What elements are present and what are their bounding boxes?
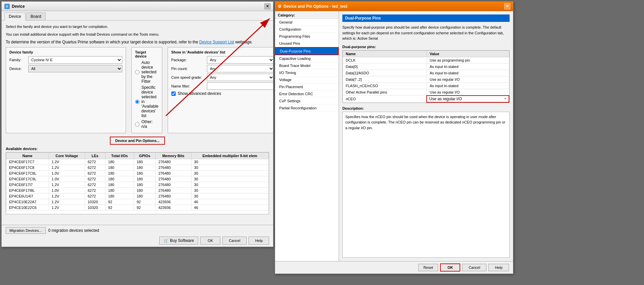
category-item[interactable]: Pin Placement — [275, 83, 339, 91]
category-label: Category: — [275, 11, 339, 19]
device-pin-options-button[interactable]: Device and Pin Options... — [110, 137, 165, 145]
category-item[interactable]: Voltage — [275, 76, 339, 83]
col-memory-bits: Memory Bits — [156, 153, 191, 159]
pin-row[interactable]: Data[7..2]Use as regular I/O — [343, 76, 509, 82]
description-label: Description: — [342, 106, 510, 110]
category-item[interactable]: Board Trace Model — [275, 62, 339, 69]
category-panel: Category: GeneralConfigurationProgrammin… — [275, 11, 339, 261]
pin-body: Category: GeneralConfigurationProgrammin… — [275, 11, 513, 261]
device-title-text: Device — [12, 4, 25, 9]
table-row[interactable]: EP4CE6F17I8L1.0V627218018027648030 — [6, 188, 269, 193]
devices-table-wrapper: Name Core Voltage LEs Total I/Os GPIOs M… — [6, 152, 269, 214]
pin-cancel-button[interactable]: Cancel — [462, 264, 486, 271]
radio-specific[interactable] — [135, 100, 139, 104]
device-titlebar: D Device ✕ — [2, 2, 273, 11]
available-devices-label: Available devices: — [6, 147, 269, 151]
show-advanced-label: Show advanced devices — [178, 91, 221, 96]
buy-software-button[interactable]: 🛒 Buy Software — [159, 237, 198, 245]
pincount-select[interactable]: Any — [207, 65, 273, 72]
category-item[interactable]: Partial Reconfiguration — [275, 105, 339, 112]
col-total-ios: Total I/Os — [105, 153, 134, 159]
device-support-link[interactable]: Device Support List — [199, 40, 234, 44]
device-dialog: D Device ✕ Device Board Select the famil… — [1, 1, 273, 247]
table-row[interactable]: EP4CE6U14I71.2V627218018027648030 — [6, 193, 269, 199]
family-field-label: Family: — [9, 58, 26, 62]
pin-row[interactable]: nCEOUse as regular I/O▼ — [343, 96, 509, 102]
package-select[interactable]: Any — [207, 56, 273, 64]
radio-other[interactable] — [135, 122, 139, 127]
buy-software-label: Buy Software — [170, 238, 194, 243]
buy-icon: 🛒 — [164, 238, 169, 243]
show-list-box: Show in 'Available devices' list Package… — [168, 47, 273, 133]
pin-row[interactable]: DCLKUse as programming pin — [343, 57, 509, 63]
category-item[interactable]: Configuration — [275, 26, 339, 33]
migration-devices-button[interactable]: Migration Devices... — [6, 227, 46, 234]
pins-col-name: Name — [343, 50, 427, 57]
pin-title-icon: ⚙ — [278, 4, 282, 9]
help-button[interactable]: Help — [249, 237, 269, 245]
reset-button[interactable]: Reset — [418, 264, 438, 271]
pins-table-wrapper: Name Value DCLKUse as programming pinDat… — [342, 50, 510, 103]
col-gpios: GPIOs — [134, 153, 156, 159]
radio-auto-label: Auto device selected by the Fitter — [141, 60, 159, 84]
pin-right-panel: Dual-Purpose Pins Specify how dual-purpo… — [339, 11, 513, 261]
pins-col-value: Value — [427, 50, 509, 57]
corespeed-select[interactable]: Any — [207, 74, 273, 81]
category-item[interactable]: Unused Pins — [275, 40, 339, 47]
pincount-label: Pin count: — [171, 67, 205, 71]
device-content: Select the family and device you want to… — [2, 21, 273, 225]
pin-row[interactable]: Data[0]As input tri-stated — [343, 63, 509, 70]
tab-device[interactable]: Device — [4, 12, 26, 21]
device-select[interactable]: All — [28, 65, 122, 72]
family-select[interactable]: Cyclone IV E — [28, 56, 122, 64]
device-tab-bar: Device Board — [2, 11, 273, 21]
table-row[interactable]: EP4CE6F17C8L1.0V627218018027648030 — [6, 171, 269, 176]
pin-row[interactable]: Other Active Parallel pinsUse as regular… — [343, 89, 509, 96]
col-emb-mult: Embedded multiplier 9-bit elem — [191, 153, 268, 159]
namefilter-label: Name filter: — [171, 84, 205, 88]
category-item[interactable]: Capacitive Loading — [275, 55, 339, 62]
pin-row[interactable]: FLASH_nCE/nCSOAs input tri-stated — [343, 82, 509, 89]
pin-row[interactable]: Data[1]/ASDOAs input tri-stated — [343, 70, 509, 76]
namefilter-input[interactable] — [207, 82, 273, 90]
category-item[interactable]: Programming Files — [275, 33, 339, 40]
pin-close-button[interactable]: ✕ — [504, 3, 510, 9]
corespeed-label: Core speed grade: — [171, 75, 205, 79]
table-row[interactable]: EP4CE6F17C71.2V627218018027648030 — [6, 159, 269, 165]
pins-table: Name Value DCLKUse as programming pinDat… — [343, 50, 509, 103]
category-item[interactable]: Error Detection CRC — [275, 91, 339, 98]
ok-button[interactable]: OK — [200, 237, 220, 245]
tab-board[interactable]: Board — [26, 12, 46, 20]
category-item[interactable]: Dual-Purpose Pins — [275, 47, 339, 55]
info-line-1: Select the family and device you want to… — [6, 24, 269, 30]
table-row[interactable]: EP4CE6F17I71.2V627218018027648030 — [6, 182, 269, 188]
pin-help-button[interactable]: Help — [488, 264, 509, 271]
table-row[interactable]: EP4CE10E22C61.2V10320929242393646 — [6, 205, 269, 211]
pin-dialog-bottom: Reset OK Cancel Help — [275, 261, 513, 274]
category-item[interactable]: General — [275, 19, 339, 26]
show-list-label: Show in 'Available devices' list — [171, 50, 273, 54]
dual-purpose-header: Dual-Purpose Pins — [342, 14, 510, 22]
table-row[interactable]: EP4CE6F17C9L1.0V627218018027648030 — [6, 176, 269, 182]
pin-ok-button[interactable]: OK — [440, 263, 460, 272]
category-item[interactable]: I/O Timing — [275, 69, 339, 76]
dual-pins-label: Dual-purpose pins: — [342, 45, 510, 49]
cancel-button[interactable]: Cancel — [222, 237, 247, 245]
device-field-label: Device: — [9, 67, 26, 71]
radio-auto[interactable] — [135, 70, 139, 74]
device-family-box: Device family Family: Cyclone IV E Devic… — [6, 47, 126, 133]
info-line-2: You can install additional device suppor… — [6, 32, 269, 37]
show-advanced-checkbox[interactable] — [171, 92, 176, 96]
device-title-icon: D — [4, 4, 10, 9]
col-name: Name — [6, 153, 49, 159]
table-row[interactable]: EP4CE10E22A71.2V10320929242393646 — [6, 199, 269, 205]
radio-specific-label: Specific device selected in 'Available d… — [141, 85, 159, 118]
dual-purpose-description: Specify how dual-purpose pins should be … — [342, 25, 510, 41]
devices-table: Name Core Voltage LEs Total I/Os GPIOs M… — [6, 152, 269, 211]
description-box: Specifies how the nCEO pin should be use… — [342, 112, 510, 258]
category-item[interactable]: CvP Settings — [275, 98, 339, 105]
package-label: Package: — [171, 58, 205, 62]
table-row[interactable]: EP4CE6F17C81.2V627218018027648030 — [6, 165, 269, 171]
device-close-button[interactable]: ✕ — [264, 3, 270, 9]
device-family-label: Device family — [9, 50, 122, 54]
